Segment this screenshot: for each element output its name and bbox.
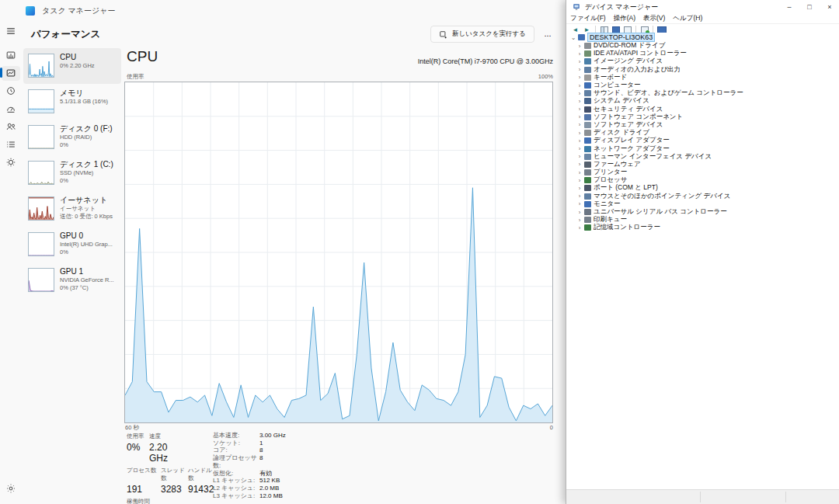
- chevron-right-icon[interactable]: ›: [576, 130, 583, 137]
- chevron-down-icon[interactable]: ⌄: [570, 34, 576, 41]
- run-new-task-icon: [439, 30, 447, 39]
- sidebar-item-gpu-0[interactable]: GPU 0Intel(R) UHD Grap...0%: [23, 227, 121, 262]
- printer-icon: [584, 169, 591, 176]
- sidebar-spark-thumbnail: [28, 54, 54, 78]
- cpu-usage-chart: [124, 82, 553, 423]
- spec-label: 仮想化:: [213, 470, 259, 478]
- app-history-icon[interactable]: [0, 82, 22, 99]
- settings-gear-icon[interactable]: [0, 479, 22, 497]
- sidebar-item-title: GPU 0: [60, 231, 120, 241]
- startup-apps-icon[interactable]: [0, 99, 22, 117]
- keyboard-icon: [584, 75, 591, 81]
- spec-label: コア:: [213, 447, 259, 454]
- more-options-button[interactable]: ...: [539, 26, 556, 43]
- system-device-icon: [584, 98, 591, 104]
- chevron-right-icon[interactable]: ›: [576, 106, 583, 113]
- chevron-right-icon[interactable]: ›: [576, 193, 583, 200]
- dm-titlebar[interactable]: デバイス マネージャー – □ ×: [566, 0, 839, 14]
- cpu-stats: 使用率速度0%2.20 GHzプロセス数スレッド数ハンドル数1913283914…: [124, 429, 555, 504]
- chevron-right-icon[interactable]: ›: [576, 98, 583, 105]
- chevron-right-icon[interactable]: ›: [576, 137, 583, 144]
- chevron-right-icon[interactable]: ›: [576, 169, 583, 176]
- chevron-right-icon[interactable]: ›: [576, 177, 583, 184]
- sidebar-spark-thumbnail: [28, 268, 54, 292]
- users-icon[interactable]: [0, 117, 22, 135]
- menu-view[interactable]: 表示(V): [639, 14, 669, 23]
- chevron-right-icon[interactable]: ›: [576, 74, 583, 81]
- minimize-button[interactable]: –: [785, 3, 794, 11]
- chevron-right-icon[interactable]: ›: [576, 200, 583, 207]
- close-button[interactable]: ×: [825, 3, 834, 11]
- chevron-right-icon[interactable]: ›: [576, 217, 583, 224]
- details-icon[interactable]: [0, 135, 22, 153]
- chevron-right-icon[interactable]: ›: [576, 82, 583, 89]
- chevron-right-icon[interactable]: ›: [576, 66, 583, 73]
- spec-value: 8: [259, 454, 263, 469]
- chevron-right-icon[interactable]: ›: [576, 113, 583, 120]
- device-tree-root[interactable]: ⌄ DESKTOP-LI3OK63: [566, 33, 839, 42]
- performance-icon[interactable]: [0, 64, 22, 82]
- tm-page-header: パフォーマンス 新しいタスクを実行する ...: [22, 22, 564, 47]
- menu-help[interactable]: ヘルプ(H): [669, 14, 706, 23]
- sidebar-item--[interactable]: メモリ5.1/31.8 GB (16%): [23, 84, 121, 120]
- chevron-right-icon[interactable]: ›: [576, 153, 583, 160]
- chevron-right-icon[interactable]: ›: [576, 58, 583, 65]
- ports-icon: [584, 185, 591, 191]
- chevron-right-icon[interactable]: ›: [576, 185, 583, 192]
- device-tree-item[interactable]: ›記憶域コントローラー: [566, 224, 839, 231]
- run-new-task-label: 新しいタスクを実行する: [452, 30, 526, 39]
- chevron-right-icon[interactable]: ›: [576, 224, 583, 231]
- run-new-task-button[interactable]: 新しいタスクを実行する: [430, 26, 534, 43]
- software-device-icon: [584, 122, 591, 128]
- chevron-right-icon[interactable]: ›: [576, 145, 583, 152]
- chevron-right-icon[interactable]: ›: [576, 121, 583, 128]
- stat-label: ハンドル数: [188, 467, 215, 482]
- stat-label: 使用率: [127, 433, 149, 440]
- spec-value: 有効: [259, 470, 272, 478]
- chevron-right-icon[interactable]: ›: [576, 90, 583, 97]
- stat-value: 191: [127, 484, 161, 495]
- page-title: パフォーマンス: [31, 28, 100, 41]
- stat-value: 0%: [127, 442, 149, 464]
- display-adapter-icon: [584, 137, 591, 144]
- sidebar-item--[interactable]: イーサネットイーサネット送信: 0 受信: 0 Kbps: [23, 191, 121, 227]
- chart-y-max-label: 100%: [538, 73, 553, 80]
- menu-file[interactable]: ファイル(F): [566, 14, 610, 23]
- spec-label: L3 キャッシュ:: [213, 492, 259, 500]
- sidebar-item--0-f-[interactable]: ディスク 0 (F:)HDD (RAID)0%: [23, 120, 121, 155]
- ide-controller-icon: [584, 50, 591, 57]
- maximize-button[interactable]: □: [805, 3, 814, 11]
- chevron-right-icon[interactable]: ›: [576, 43, 583, 50]
- sidebar-item-subtext: NVIDIA GeForce R...: [60, 276, 120, 284]
- tm-window-title: タスク マネージャー: [42, 5, 115, 16]
- spec-value: 512 KB: [259, 477, 280, 485]
- menu-icon[interactable]: [0, 22, 22, 40]
- processor-icon: [584, 177, 591, 183]
- spec-value: 8: [259, 447, 263, 454]
- spec-row: L1 キャッシュ:512 KB: [213, 477, 286, 485]
- chevron-right-icon[interactable]: ›: [576, 161, 583, 168]
- stat-label: 稼働時間: [127, 498, 161, 504]
- device-tree: ⌄ DESKTOP-LI3OK63 ›DVD/CD-ROM ドライブ›IDE A…: [566, 33, 839, 489]
- sidebar-item-gpu-1[interactable]: GPU 1NVIDIA GeForce R...0% (37 °C): [23, 262, 121, 298]
- processes-icon[interactable]: [0, 46, 22, 64]
- sidebar-item-title: CPU: [60, 52, 120, 62]
- spec-label: L2 キャッシュ:: [213, 485, 259, 492]
- firmware-icon: [584, 162, 591, 168]
- cpu-model-name: Intel(R) Core(TM) i7-9700 CPU @ 3.00GHz: [418, 57, 553, 65]
- sidebar-item-subtext: 送信: 0 受信: 0 Kbps: [60, 213, 120, 221]
- spec-value: 1: [259, 440, 263, 447]
- spec-row: ソケット:1: [213, 440, 286, 447]
- security-device-icon: [584, 106, 591, 113]
- chart-y-axis-label: 使用率: [127, 73, 144, 81]
- tm-titlebar[interactable]: タスク マネージャー: [0, 0, 566, 22]
- sidebar-item-cpu[interactable]: CPU0% 2.20 GHz: [23, 48, 121, 84]
- chevron-right-icon[interactable]: ›: [576, 209, 583, 216]
- services-icon[interactable]: [0, 153, 22, 171]
- menu-action[interactable]: 操作(A): [610, 14, 639, 23]
- chevron-right-icon[interactable]: ›: [576, 50, 583, 57]
- sidebar-item-subtext: 5.1/31.8 GB (16%): [60, 98, 120, 106]
- device-tree-root-label[interactable]: DESKTOP-LI3OK63: [587, 33, 655, 42]
- sidebar-item--1-c-[interactable]: ディスク 1 (C:)SSD (NVMe)0%: [23, 155, 121, 191]
- sidebar-spark-thumbnail: [28, 232, 54, 256]
